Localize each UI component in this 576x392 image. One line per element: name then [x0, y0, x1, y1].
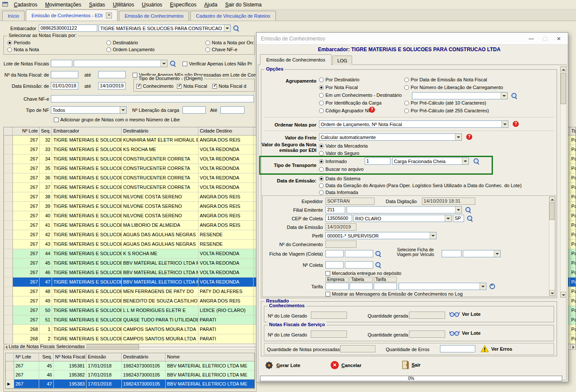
tarifa-combobox[interactable]	[399, 283, 486, 290]
chave-nfe-input[interactable]	[51, 95, 254, 102]
radio-por-data-emissao-nf[interactable]: Por Data de Emissão da Nota Fiscal	[404, 77, 487, 83]
nr-coleta-input-1[interactable]	[325, 261, 344, 269]
menu-item[interactable]: Usuários	[138, 1, 166, 9]
column-header[interactable]: Embarcador	[52, 127, 122, 136]
menu-item[interactable]: Saídas	[85, 1, 109, 9]
scroll-right-icon[interactable]	[570, 344, 576, 350]
radio-icon[interactable]	[319, 159, 324, 164]
ordenar-combobox[interactable]: Ordem de Lançamento, Nº Nota Fiscal	[319, 120, 508, 128]
list-item[interactable]: 267 46 195382 17/01/2018 19824373000105 …	[6, 370, 254, 380]
radio-icon[interactable]	[106, 40, 111, 45]
nr-coleta-input-2[interactable]	[345, 261, 373, 269]
checkbox-icon[interactable]	[212, 84, 217, 89]
radio-por-identificacao-carga[interactable]: Por Identificação da Carga	[319, 100, 381, 106]
mostrar-mensagens-checkbox[interactable]: Mostrar as Mensagens da Emissão de Conhe…	[325, 291, 549, 297]
chevron-down-icon[interactable]	[480, 283, 486, 290]
radio-data-informada[interactable]: Data Informada	[319, 189, 358, 195]
transporte-combobox[interactable]: Carga Fracionada Cheia	[392, 157, 469, 165]
chevron-down-icon[interactable]	[455, 134, 461, 140]
transporte-codigo-input[interactable]: 1	[365, 157, 390, 165]
radio-icon[interactable]	[404, 108, 409, 113]
radio-icon[interactable]	[404, 85, 409, 90]
checkbox-icon[interactable]	[177, 84, 182, 89]
scroll-up-icon[interactable]	[549, 197, 555, 202]
data-de-input[interactable]: 01/01/2018	[51, 82, 78, 90]
liberacao-ate-input[interactable]	[220, 106, 245, 114]
help-icon[interactable]	[513, 121, 519, 127]
search-icon[interactable]	[467, 215, 473, 222]
search-icon[interactable]	[465, 207, 471, 213]
cancelar-button[interactable]: Cancelar	[331, 361, 361, 369]
checkbox-icon[interactable]	[325, 271, 330, 276]
radio-buscar-arquivo[interactable]: Buscar no arquivo	[319, 166, 364, 172]
radio-icon[interactable]	[106, 47, 111, 52]
ver-erros-button[interactable]: Ver Erros	[480, 345, 512, 352]
radio-icon[interactable]	[319, 144, 324, 148]
radio-icon[interactable]	[319, 85, 324, 90]
nf-ate-input[interactable]	[98, 71, 126, 78]
column-header[interactable]: Destinatário	[122, 127, 198, 136]
search-icon[interactable]	[511, 93, 517, 99]
nf-de-input[interactable]	[51, 71, 78, 78]
checkbox-icon[interactable]	[183, 62, 187, 66]
radio-icon[interactable]	[319, 101, 324, 105]
dialog-vertical-scrollbar[interactable]	[560, 66, 567, 298]
column-header[interactable]: Tip	[570, 127, 576, 136]
list-item[interactable]: 267 47 195383 17/01/2018 19824373000105 …	[6, 380, 254, 389]
radio-icon[interactable]	[319, 167, 324, 172]
search-icon[interactable]	[233, 25, 239, 31]
menu-item[interactable]: Cadastros	[10, 1, 41, 9]
filial-combobox[interactable]	[347, 206, 462, 213]
radio-por-destinatario[interactable]: Por Destinatário	[319, 77, 359, 83]
column-header[interactable]: Seq.	[40, 127, 52, 136]
radio-icon[interactable]	[319, 190, 324, 195]
tarifa-tabela-input[interactable]	[350, 283, 373, 290]
radio-informado[interactable]: Informado	[319, 158, 347, 164]
radio-icon[interactable]	[319, 151, 324, 156]
sair-button[interactable]: Sair	[402, 361, 421, 369]
radio-icon[interactable]	[404, 101, 409, 105]
menu-item[interactable]: Específicos	[166, 1, 200, 9]
liberacao-input[interactable]	[183, 106, 206, 114]
perfil-combobox[interactable]: 000001-* SUPERVISOR	[325, 232, 437, 239]
menu-item[interactable]: Sair do Sistema	[221, 1, 266, 9]
radio-chave-nfe[interactable]: Chave NF-e	[205, 46, 237, 52]
radio-icon[interactable]	[319, 183, 324, 188]
column-header[interactable]: Destinatário	[122, 353, 166, 361]
nota-fiscal-checkbox[interactable]: Nota Fiscal	[177, 83, 207, 89]
quantidade-erros-input[interactable]	[440, 345, 475, 352]
gerar-lote-button[interactable]: Gerar Lote	[264, 361, 300, 370]
tab-cadastro-vinculacao-rateios[interactable]: Cadastro de Vinculação de Rateios	[190, 11, 276, 21]
list-item[interactable]: 267 45 195381 17/01/2018 19824373000105 …	[6, 361, 254, 370]
search-icon[interactable]	[473, 158, 480, 164]
close-icon[interactable]	[553, 35, 564, 43]
embarcador-code-input[interactable]: 08862530001122	[39, 25, 97, 32]
tarifa-empresa-input[interactable]	[325, 283, 349, 290]
radio-icon[interactable]	[404, 77, 409, 82]
lote-input[interactable]	[51, 60, 72, 67]
scrollbar-thumb[interactable]	[549, 203, 554, 220]
ficha-veiculo-input[interactable]	[442, 250, 461, 257]
dialog-titlebar[interactable]: Emissão de Conhecimentos	[257, 33, 568, 45]
search-icon[interactable]	[375, 262, 381, 268]
column-header[interactable]: Seq.	[39, 353, 54, 361]
nota-fiscal-d-checkbox[interactable]: Nota Fiscal d	[212, 83, 253, 89]
radio-icon[interactable]	[7, 40, 12, 45]
ficha-viagem-input-1[interactable]	[325, 250, 344, 257]
radio-valor-mercadoria[interactable]: Valor da Mercadoria	[319, 143, 368, 149]
radio-periodo[interactable]: Período	[7, 40, 31, 46]
radio-data-geracao[interactable]: Data da Geração do Arquivo (Para Oper. L…	[319, 182, 555, 188]
dialog-tab-log[interactable]: LOG	[332, 56, 352, 65]
chevron-down-icon[interactable]	[161, 60, 167, 67]
column-header[interactable]: Nome	[166, 353, 254, 361]
column-header[interactable]: Nº Lote	[13, 127, 40, 136]
lote-combobox[interactable]	[74, 60, 167, 67]
chevron-down-icon[interactable]	[224, 25, 230, 31]
chevron-down-icon[interactable]	[501, 93, 507, 99]
uf-input[interactable]: SP	[453, 215, 464, 222]
tarifa-tarifa-input[interactable]	[374, 283, 397, 290]
maximize-icon[interactable]	[539, 35, 551, 43]
radio-valor-seguro[interactable]: Valor do Seguro	[319, 150, 359, 156]
radio-icon[interactable]	[319, 176, 324, 181]
chevron-down-icon[interactable]	[502, 121, 508, 127]
